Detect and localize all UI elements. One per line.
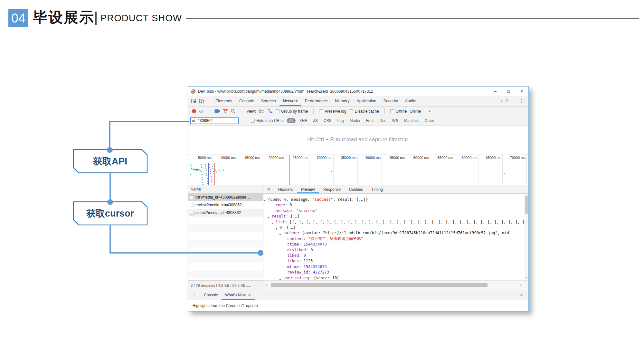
detail-tab-response[interactable]: Response — [319, 185, 345, 193]
json-token: : — [299, 242, 303, 246]
header-rule — [186, 18, 639, 19]
devtools-tab-console[interactable]: Console — [236, 96, 258, 106]
maximize-button[interactable]: □ — [502, 87, 515, 96]
preserve-log-checkbox[interactable] — [319, 109, 323, 113]
detail-tab-headers[interactable]: Headers — [274, 185, 297, 193]
json-token: result — [272, 214, 286, 218]
json-token: 0 — [284, 197, 287, 202]
close-drawer-icon[interactable]: ✕ — [518, 293, 525, 298]
overview-mark — [202, 177, 203, 178]
large-rows-icon[interactable] — [259, 109, 264, 113]
network-overview-band[interactable]: 5000 ms10000 ms15000 ms20000 ms25000 ms3… — [188, 155, 528, 185]
vertical-scrollbar[interactable]: ▼ — [524, 194, 528, 280]
flow-box-api — [73, 150, 147, 173]
close-button[interactable]: ✕ — [515, 87, 528, 96]
json-token: : — [285, 203, 289, 207]
filter-type-js[interactable]: JS — [313, 118, 318, 123]
json-preview-pane[interactable]: ▼{code: 0, message: "success", result: {… — [263, 194, 528, 280]
overview-mark — [215, 170, 216, 171]
close-tab-icon[interactable]: ✕ — [248, 293, 251, 297]
devtools-tab-application[interactable]: Application — [353, 96, 380, 106]
devtools-tab-sources[interactable]: Sources — [258, 96, 279, 106]
scroll-down-icon[interactable]: ▼ — [524, 276, 528, 279]
record-icon[interactable] — [192, 109, 196, 113]
filter-type-ws[interactable]: WS — [392, 118, 399, 123]
devtools-drawer: ⋮ Console What's New ✕ ✕ Highlights from… — [188, 290, 528, 311]
group-by-frame-label: Group by frame — [281, 109, 308, 114]
filter-type-media[interactable]: Media — [349, 118, 361, 123]
whats-new-highlight[interactable]: Highlights from the Chrome 71 update — [193, 303, 258, 308]
chevron-down-icon[interactable]: ▼ — [428, 110, 431, 113]
disable-cache-checkbox[interactable] — [349, 109, 353, 113]
scroll-right-icon[interactable]: ▸ — [520, 283, 522, 286]
json-token: : {avatar: "http://i1.hdslb.com/bfs/face… — [297, 231, 509, 235]
inspect-element-icon[interactable] — [191, 98, 197, 104]
filter-type-doc[interactable]: Doc — [379, 118, 387, 123]
disable-cache-label: Disable cache — [355, 109, 379, 114]
devtools-tab-audits[interactable]: Audits — [402, 96, 420, 106]
drawer-tab-whats-new[interactable]: What's New ✕ — [222, 290, 255, 300]
slide-title-chinese: 毕设展示 — [33, 8, 95, 27]
overview-mark — [504, 173, 505, 174]
minimize-button[interactable]: – — [489, 87, 502, 96]
clear-icon[interactable]: ⊘ — [199, 109, 203, 114]
group-by-frame-checkbox[interactable] — [276, 109, 279, 113]
filter-type-font[interactable]: Font — [365, 118, 374, 123]
filter-funnel-icon[interactable] — [223, 109, 228, 113]
request-row[interactable]: status?media_id=4308862 — [188, 209, 263, 217]
disclosure-closed-icon[interactable]: ▶ — [279, 277, 281, 280]
json-token: "success" — [312, 197, 333, 202]
offline-checkbox[interactable] — [390, 109, 394, 113]
hide-data-urls-checkbox[interactable] — [251, 119, 255, 123]
filter-type-css[interactable]: CSS — [323, 118, 332, 123]
filter-input[interactable] — [190, 117, 239, 124]
json-line: message: "success" — [263, 208, 528, 214]
view-label: View: — [247, 109, 256, 114]
group-by-frame-option: Group by frame — [276, 109, 308, 114]
detail-tab-cookies[interactable]: Cookies — [345, 185, 367, 193]
devtools-tab-memory[interactable]: Memory — [331, 96, 353, 106]
more-options-icon[interactable]: ⋮ — [518, 98, 525, 104]
devtools-tab-security[interactable]: Security — [380, 96, 402, 106]
drawer-tab-console[interactable]: Console — [200, 290, 222, 300]
json-token: 1125 — [304, 259, 313, 263]
request-list-header[interactable]: Name — [188, 185, 263, 193]
preserve-log-option: Preserve log — [319, 109, 346, 114]
json-token: : — [304, 237, 308, 241]
device-toolbar-icon[interactable] — [199, 98, 204, 104]
overview-waterfall-icon[interactable] — [267, 109, 273, 113]
request-row[interactable]: list?media_id=4308862&folde… — [188, 193, 263, 201]
overview-mark — [211, 176, 212, 177]
search-icon[interactable] — [231, 109, 235, 114]
warning-icon[interactable]: ▲ — [500, 99, 503, 103]
devtools-tab-elements[interactable]: Elements — [212, 96, 236, 106]
overview-mark — [213, 168, 213, 169]
slide-canvas: 04 毕设展示 PRODUCT SHOW 获取API 获取cursor DevT… — [0, 0, 644, 362]
request-row[interactable]: review?media_id=4308862 — [188, 201, 263, 209]
horizontal-scrollbar-thumb[interactable] — [271, 283, 488, 287]
detail-tab-preview[interactable]: Preview — [297, 185, 319, 193]
filmstrip-camera-icon[interactable] — [214, 109, 220, 113]
network-filter-bar: Hide data URLs All XHRJSCSSImgMediaFontD… — [188, 116, 528, 125]
filter-type-xhr[interactable]: XHR — [299, 118, 308, 123]
offline-option: Offline — [390, 109, 407, 114]
detail-tab-timing[interactable]: Timing — [367, 185, 387, 193]
connector-dot-2 — [107, 199, 113, 205]
throttling-select[interactable]: Online — [410, 109, 421, 114]
file-icon — [190, 211, 194, 215]
json-token: {code: — [268, 197, 284, 202]
json-line: ctime: 1544334073 — [263, 242, 528, 247]
filter-type-img[interactable]: Img — [337, 118, 345, 123]
filter-all-pill[interactable]: All — [287, 118, 296, 123]
horizontal-scrollbar[interactable]: ◂ ▸ — [263, 280, 528, 290]
toolbar-divider — [513, 98, 513, 104]
drawer-menu-icon[interactable]: ⋮ — [192, 292, 196, 298]
filter-type-other[interactable]: Other — [424, 118, 435, 123]
vertical-scrollbar-thumb[interactable] — [525, 195, 528, 214]
toolbar-divider — [384, 108, 385, 114]
close-detail-icon[interactable]: ✕ — [263, 187, 274, 192]
scroll-left-icon[interactable]: ◂ — [266, 283, 267, 286]
filter-type-manifest[interactable]: Manifest — [403, 118, 419, 123]
devtools-tab-performance[interactable]: Performance — [301, 96, 332, 106]
devtools-tab-network[interactable]: Network — [279, 96, 301, 106]
